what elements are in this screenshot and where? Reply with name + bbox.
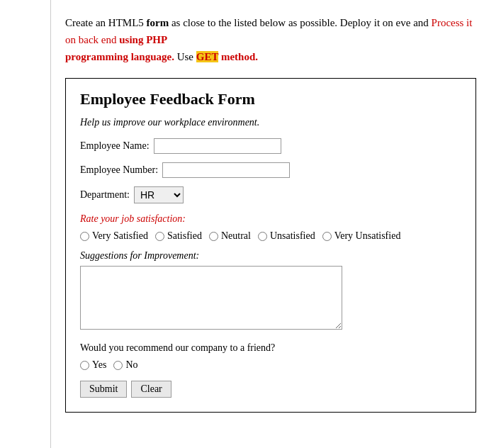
radio-very-unsatisfied-label: Very Unsatisfied	[334, 230, 401, 242]
employee-number-field: Employee Number:	[80, 162, 461, 178]
form-subtitle: Help us improve our workplace environmen…	[80, 117, 461, 128]
suggestions-label: Suggestions for Improvement:	[80, 250, 461, 262]
employee-name-label: Employee Name:	[80, 140, 150, 152]
radio-no: No	[113, 359, 137, 371]
radio-satisfied-input[interactable]	[155, 232, 164, 241]
radio-yes-label: Yes	[92, 359, 106, 371]
form-title: Employee Feedback Form	[80, 90, 461, 108]
recommend-section: Would you recommend our company to a fri…	[80, 342, 461, 371]
radio-unsatisfied-label: Unsatisfied	[270, 230, 315, 242]
buttons-row: Submit Clear	[80, 381, 461, 398]
department-select[interactable]: HR IT Finance Marketing	[134, 186, 184, 203]
department-label: Department:	[80, 189, 130, 201]
radio-very-satisfied: Very Satisfied	[80, 230, 148, 242]
radio-very-unsatisfied: Very Unsatisfied	[322, 230, 401, 242]
radio-unsatisfied: Unsatisfied	[258, 230, 315, 242]
radio-neutral: Neutral	[209, 230, 251, 242]
satisfaction-label: Rate your job satisfaction:	[80, 213, 461, 225]
radio-neutral-input[interactable]	[209, 232, 218, 241]
left-border	[0, 0, 51, 448]
radio-unsatisfied-input[interactable]	[258, 232, 267, 241]
satisfaction-radio-group: Very Satisfied Satisfied Neutral Unsatis…	[80, 230, 461, 242]
radio-very-satisfied-label: Very Satisfied	[92, 230, 148, 242]
radio-very-unsatisfied-input[interactable]	[322, 232, 332, 241]
submit-button[interactable]: Submit	[80, 381, 127, 398]
radio-satisfied-label: Satisfied	[167, 230, 202, 242]
radio-yes-input[interactable]	[80, 361, 89, 370]
recommend-radio-group: Yes No	[80, 359, 461, 371]
radio-no-input[interactable]	[113, 361, 123, 370]
suggestions-section: Suggestions for Improvement:	[80, 250, 461, 332]
instructions-text: Create an HTML5 form as close to the lis…	[65, 14, 480, 65]
employee-name-field: Employee Name:	[80, 138, 461, 154]
employee-number-input[interactable]	[162, 162, 290, 178]
satisfaction-section: Rate your job satisfaction: Very Satisfi…	[80, 213, 461, 242]
form-container: Employee Feedback Form Help us improve o…	[65, 78, 476, 413]
content-area: Create an HTML5 form as close to the lis…	[51, 0, 501, 448]
radio-satisfied: Satisfied	[155, 230, 202, 242]
radio-very-satisfied-input[interactable]	[80, 232, 89, 241]
recommend-label: Would you recommend our company to a fri…	[80, 342, 461, 354]
clear-button[interactable]: Clear	[131, 381, 171, 398]
department-field: Department: HR IT Finance Marketing	[80, 186, 461, 203]
employee-name-input[interactable]	[154, 138, 281, 154]
radio-neutral-label: Neutral	[221, 230, 251, 242]
radio-no-label: No	[125, 359, 137, 371]
employee-number-label: Employee Number:	[80, 164, 158, 176]
suggestions-textarea[interactable]	[80, 266, 342, 330]
radio-yes: Yes	[80, 359, 106, 371]
